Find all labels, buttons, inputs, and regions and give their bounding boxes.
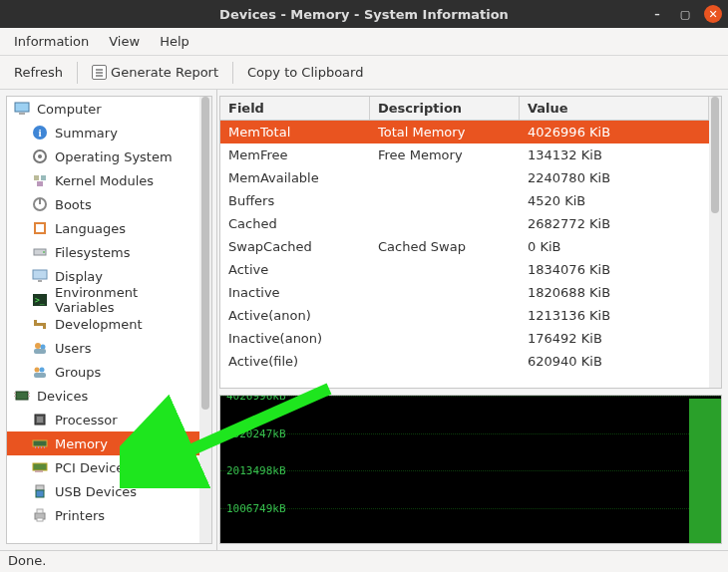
td-desc xyxy=(370,359,520,365)
terminal-icon: >_ xyxy=(31,292,49,308)
svg-point-26 xyxy=(40,368,45,373)
svg-rect-30 xyxy=(14,396,16,397)
sidebar-item-label: Processor xyxy=(55,413,118,428)
close-button[interactable]: ✕ xyxy=(704,5,722,23)
menu-view[interactable]: View xyxy=(101,30,148,53)
statusbar: Done. xyxy=(0,550,728,572)
menu-help[interactable]: Help xyxy=(152,30,197,53)
sidebar-item-kernel-modules[interactable]: Kernel Modules xyxy=(7,168,199,192)
svg-rect-38 xyxy=(41,446,42,448)
table-row[interactable]: MemFreeFree Memory134132 KiB xyxy=(220,143,709,166)
th-field[interactable]: Field xyxy=(220,97,370,120)
os-icon xyxy=(31,148,49,164)
svg-rect-45 xyxy=(37,509,43,513)
svg-rect-19 xyxy=(34,323,46,326)
toolbar-separator xyxy=(232,62,233,84)
table-row[interactable]: Inactive1820688 KiB xyxy=(220,281,709,304)
svg-point-22 xyxy=(35,343,41,349)
sidebar-item-environment-variables[interactable]: >_Environment Variables xyxy=(7,288,199,312)
svg-rect-43 xyxy=(36,490,44,497)
generate-report-button[interactable]: Generate Report xyxy=(86,61,224,84)
td-value: 4520 KiB xyxy=(520,190,709,211)
computer-icon xyxy=(13,101,31,117)
td-desc xyxy=(370,175,520,181)
clipboard-label: Copy to Clipboard xyxy=(247,65,363,80)
sidebar-item-label: Languages xyxy=(55,221,126,236)
sidebar-item-summary[interactable]: iSummary xyxy=(7,121,199,144)
table-row[interactable]: Buffers4520 KiB xyxy=(220,189,709,212)
table-row[interactable]: Cached2682772 KiB xyxy=(220,212,709,235)
refresh-button[interactable]: Refresh xyxy=(8,61,69,84)
table-row[interactable]: Active(anon)1213136 KiB xyxy=(220,304,709,327)
svg-rect-37 xyxy=(38,446,39,448)
refresh-label: Refresh xyxy=(14,65,63,80)
svg-point-14 xyxy=(43,251,45,253)
sidebar-item-label: USB Devices xyxy=(55,484,137,499)
sidebar-item-label: Display xyxy=(55,269,103,284)
sidebar-item-users[interactable]: Users xyxy=(7,336,199,360)
info-icon: i xyxy=(31,125,49,141)
sidebar-item-groups[interactable]: Groups xyxy=(7,360,199,384)
td-value: 1213136 KiB xyxy=(520,305,709,326)
table-row[interactable]: MemAvailable2240780 KiB xyxy=(220,166,709,189)
book-icon xyxy=(31,220,49,236)
td-field: Inactive xyxy=(220,282,370,303)
svg-rect-31 xyxy=(28,393,30,394)
sidebar-item-label: Filesystems xyxy=(55,245,131,260)
sidebar-item-label: Summary xyxy=(55,126,118,141)
scrollbar-thumb[interactable] xyxy=(201,97,209,410)
copy-clipboard-button[interactable]: Copy to Clipboard xyxy=(241,61,369,84)
svg-rect-41 xyxy=(35,470,43,472)
sidebar-item-languages[interactable]: Languages xyxy=(7,216,199,240)
main: Computer iSummaryOperating SystemKernel … xyxy=(0,90,728,550)
td-value: 4026996 KiB xyxy=(520,122,709,143)
toolbar: Refresh Generate Report Copy to Clipboar… xyxy=(0,56,728,90)
table-row[interactable]: Active1834076 KiB xyxy=(220,258,709,281)
pci-icon xyxy=(31,459,49,475)
sidebar-item-label: Development xyxy=(55,317,143,332)
sidebar-item-pci-devices[interactable]: PCI Devices xyxy=(7,455,199,479)
sidebar-item-label: Groups xyxy=(55,365,101,380)
sidebar-item-label: Printers xyxy=(55,508,105,523)
sidebar-item-usb-devices[interactable]: USB Devices xyxy=(7,479,199,503)
report-label: Generate Report xyxy=(111,65,218,80)
svg-rect-7 xyxy=(41,175,46,180)
sidebar-item-development[interactable]: Development xyxy=(7,312,199,336)
sidebar-scrollbar[interactable] xyxy=(199,97,211,543)
minimize-button[interactable]: – xyxy=(648,5,666,23)
td-desc xyxy=(370,267,520,273)
th-value[interactable]: Value xyxy=(520,97,709,120)
td-desc xyxy=(370,313,520,319)
chart-gridline xyxy=(220,433,721,463)
th-description[interactable]: Description xyxy=(370,97,520,120)
sidebar-item-filesystems[interactable]: Filesystems xyxy=(7,240,199,264)
sidebar-item-boots[interactable]: Boots xyxy=(7,192,199,216)
table-row[interactable]: Active(file)620940 KiB xyxy=(220,350,709,373)
table-scrollbar[interactable] xyxy=(709,97,721,388)
svg-rect-39 xyxy=(44,446,45,448)
sidebar-item-printers[interactable]: Printers xyxy=(7,503,199,527)
td-value: 2240780 KiB xyxy=(520,167,709,188)
tree-group-computer[interactable]: Computer xyxy=(7,97,199,121)
tree-group-devices[interactable]: Devices xyxy=(7,384,199,408)
svg-point-5 xyxy=(38,154,42,158)
memory-icon xyxy=(31,435,49,451)
usb-icon xyxy=(31,483,49,499)
table-row[interactable]: SwapCachedCached Swap0 KiB xyxy=(220,235,709,258)
maximize-button[interactable]: ▢ xyxy=(676,5,694,23)
sidebar-wrap: Computer iSummaryOperating SystemKernel … xyxy=(0,90,217,550)
td-value: 2682772 KiB xyxy=(520,213,709,234)
sidebar-item-memory[interactable]: Memory xyxy=(7,431,199,455)
scrollbar-thumb[interactable] xyxy=(711,97,719,213)
table-row[interactable]: MemTotalTotal Memory4026996 KiB xyxy=(220,121,709,143)
sidebar-item-label: Kernel Modules xyxy=(55,173,154,188)
menu-information[interactable]: Information xyxy=(6,30,97,53)
td-desc xyxy=(370,198,520,204)
td-desc: Free Memory xyxy=(370,144,520,165)
sidebar-item-operating-system[interactable]: Operating System xyxy=(7,144,199,168)
chart-gridline xyxy=(220,508,721,538)
chart-used-bar xyxy=(689,399,721,543)
sidebar-item-processor[interactable]: Processor xyxy=(7,408,199,431)
svg-rect-16 xyxy=(38,280,42,282)
table-row[interactable]: Inactive(anon)176492 KiB xyxy=(220,327,709,350)
